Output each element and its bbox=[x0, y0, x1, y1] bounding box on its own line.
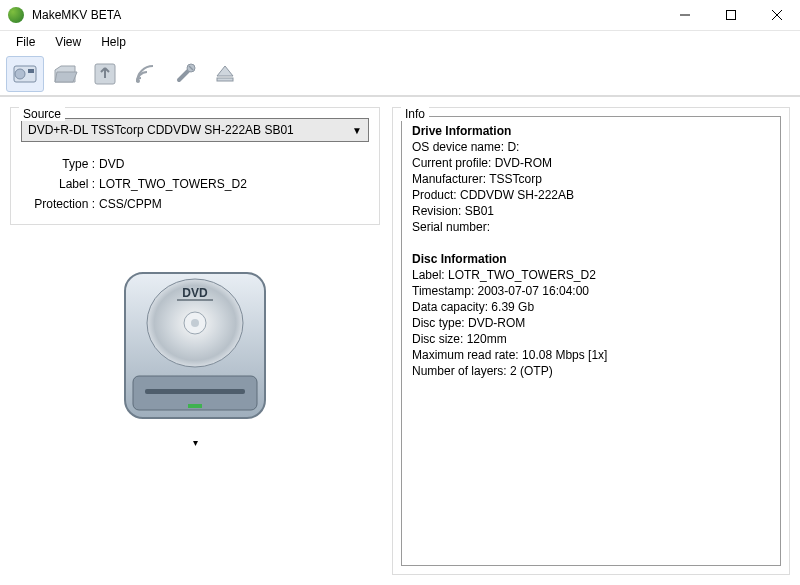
expand-icon[interactable]: ▾ bbox=[10, 437, 380, 448]
content: Source DVD+R-DL TSSTcorp CDDVDW SH-222AB… bbox=[0, 97, 800, 585]
label-value: LOTR_TWO_TOWERS_D2 bbox=[99, 174, 247, 194]
info-line: Maximum read rate: 10.08 Mbps [1x] bbox=[412, 348, 607, 362]
type-label: Type : bbox=[21, 154, 99, 174]
drive-info-heading: Drive Information bbox=[412, 124, 511, 138]
svg-rect-10 bbox=[145, 389, 245, 394]
source-legend: Source bbox=[19, 107, 65, 121]
info-line: Manufacturer: TSSTcorp bbox=[412, 172, 542, 186]
dropdown-icon: ▼ bbox=[352, 125, 362, 136]
svg-rect-7 bbox=[217, 78, 233, 81]
info-line: OS device name: D: bbox=[412, 140, 519, 154]
svg-point-14 bbox=[191, 319, 199, 327]
svg-point-5 bbox=[136, 79, 140, 83]
source-select-value: DVD+R-DL TSSTcorp CDDVDW SH-222AB SB01 bbox=[28, 123, 294, 137]
info-line: Current profile: DVD-ROM bbox=[412, 156, 552, 170]
minimize-button[interactable] bbox=[662, 0, 708, 31]
maximize-button[interactable] bbox=[708, 0, 754, 31]
source-select[interactable]: DVD+R-DL TSSTcorp CDDVDW SH-222AB SB01 ▼ bbox=[21, 118, 369, 142]
stream-button[interactable] bbox=[126, 56, 164, 92]
eject-button[interactable] bbox=[206, 56, 244, 92]
info-legend: Info bbox=[401, 107, 429, 121]
info-line: Serial number: bbox=[412, 220, 490, 234]
info-line: Data capacity: 6.39 Gb bbox=[412, 300, 534, 314]
info-line: Product: CDDVDW SH-222AB bbox=[412, 188, 574, 202]
toolbar bbox=[0, 53, 800, 97]
settings-button[interactable] bbox=[166, 56, 204, 92]
source-fields: Type : DVD Label : LOTR_TWO_TOWERS_D2 Pr… bbox=[21, 154, 369, 214]
menu-view[interactable]: View bbox=[45, 33, 91, 51]
drive-image: DVD bbox=[10, 253, 380, 433]
save-button[interactable] bbox=[86, 56, 124, 92]
info-line: Number of layers: 2 (OTP) bbox=[412, 364, 553, 378]
open-disc-button[interactable] bbox=[6, 56, 44, 92]
window-title: MakeMKV BETA bbox=[32, 8, 662, 22]
app-icon bbox=[8, 7, 24, 23]
protection-label: Protection : bbox=[21, 194, 99, 214]
svg-point-2 bbox=[15, 69, 25, 79]
label-label: Label : bbox=[21, 174, 99, 194]
svg-rect-0 bbox=[727, 11, 736, 20]
source-panel: Source DVD+R-DL TSSTcorp CDDVDW SH-222AB… bbox=[10, 107, 380, 225]
titlebar: MakeMKV BETA bbox=[0, 0, 800, 31]
info-line: Disc size: 120mm bbox=[412, 332, 507, 346]
info-line: Timestamp: 2003-07-07 16:04:00 bbox=[412, 284, 589, 298]
menu-help[interactable]: Help bbox=[91, 33, 136, 51]
menubar: File View Help bbox=[0, 31, 800, 53]
type-value: DVD bbox=[99, 154, 124, 174]
svg-rect-3 bbox=[28, 69, 34, 73]
svg-rect-11 bbox=[188, 404, 202, 408]
svg-text:DVD: DVD bbox=[182, 286, 208, 300]
menu-file[interactable]: File bbox=[6, 33, 45, 51]
info-line: Label: LOTR_TWO_TOWERS_D2 bbox=[412, 268, 596, 282]
info-text: Drive Information OS device name: D: Cur… bbox=[401, 116, 781, 566]
close-button[interactable] bbox=[754, 0, 800, 31]
info-line: Revision: SB01 bbox=[412, 204, 494, 218]
open-file-button[interactable] bbox=[46, 56, 84, 92]
info-line: Disc type: DVD-ROM bbox=[412, 316, 525, 330]
info-panel: Info Drive Information OS device name: D… bbox=[392, 107, 790, 575]
protection-value: CSS/CPPM bbox=[99, 194, 162, 214]
disc-info-heading: Disc Information bbox=[412, 252, 507, 266]
